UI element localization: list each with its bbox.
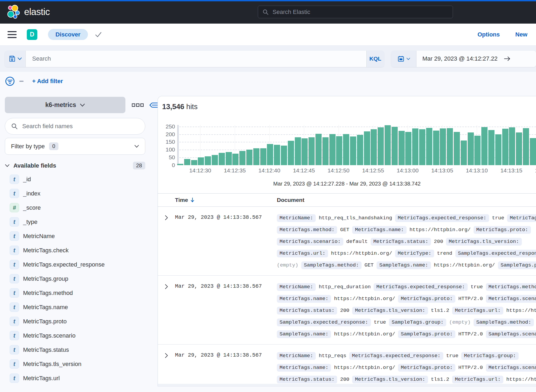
histogram-bar[interactable] (198, 157, 204, 165)
histogram-bar[interactable] (454, 132, 460, 165)
field-item-_index[interactable]: t_index (5, 186, 158, 201)
histogram-bar[interactable] (468, 132, 474, 165)
text-field-icon: t (10, 373, 19, 383)
data-view-picker[interactable]: k6-metrics (5, 97, 125, 113)
field-item-MetricTags.proto[interactable]: tMetricTags.proto (5, 314, 158, 328)
histogram-bar[interactable] (177, 164, 183, 165)
histogram-bar[interactable] (322, 137, 329, 165)
histogram-bar[interactable] (205, 156, 211, 165)
collapse-sidebar-icon[interactable] (150, 102, 158, 108)
histogram-bar[interactable] (426, 128, 432, 165)
histogram-bar[interactable] (232, 154, 239, 165)
histogram-bar[interactable] (274, 145, 280, 165)
field-item-_score[interactable]: #_score (5, 201, 158, 215)
saved-query-menu-button[interactable] (5, 51, 26, 67)
histogram-bar[interactable] (378, 127, 384, 165)
histogram-bar[interactable] (412, 128, 418, 165)
field-name-pill: MetricTags.name: (277, 295, 331, 303)
field-item-MetricTags.url[interactable]: tMetricTags.url (5, 371, 158, 385)
breadcrumb-discover[interactable]: Discover (48, 29, 88, 40)
new-button[interactable]: New (515, 31, 527, 38)
field-item-MetricTags.tls_version[interactable]: tMetricTags.tls_version (5, 357, 158, 371)
histogram-bar[interactable] (516, 132, 522, 165)
field-item-MetricTags.expected_response[interactable]: tMetricTags.expected_response (5, 257, 158, 272)
histogram-bar[interactable] (461, 140, 467, 165)
expand-row-icon[interactable] (165, 284, 168, 290)
histogram-bar[interactable] (191, 160, 197, 165)
field-settings-icon[interactable] (132, 103, 144, 107)
histogram-bar[interactable] (267, 144, 273, 165)
space-avatar[interactable]: D (27, 29, 37, 40)
expand-row-icon[interactable] (165, 353, 168, 358)
histogram-bar[interactable] (371, 129, 377, 165)
histogram-bar[interactable] (212, 155, 218, 165)
histogram-bar[interactable] (502, 129, 508, 165)
field-item-MetricName[interactable]: tMetricName (5, 229, 158, 243)
filter-icon[interactable] (5, 76, 15, 86)
histogram-bar[interactable] (246, 150, 252, 165)
add-filter-button[interactable]: + Add filter (32, 78, 63, 85)
elastic-logo[interactable]: elastic (6, 5, 50, 19)
field-search-input[interactable]: Search field names (5, 118, 145, 135)
field-item-_id[interactable]: t_id (5, 172, 158, 186)
histogram-bar[interactable] (495, 134, 501, 165)
histogram-bar[interactable] (392, 127, 398, 165)
kql-language-button[interactable]: KQL (366, 51, 384, 67)
field-name-pill: MetricTags.tls_version: (352, 307, 428, 315)
kql-query-input[interactable]: Search (26, 51, 366, 67)
histogram-bar[interactable] (260, 148, 266, 165)
histogram-bar[interactable] (295, 137, 301, 165)
histogram-bar[interactable] (343, 134, 349, 165)
histogram-bar[interactable] (184, 159, 190, 165)
histogram-bar[interactable] (315, 134, 322, 165)
options-button[interactable]: Options (478, 31, 500, 38)
field-item-MetricTags.group[interactable]: tMetricTags.group (5, 272, 158, 286)
global-search-input[interactable]: Search Elastic (258, 6, 453, 18)
histogram-bar[interactable] (509, 127, 515, 165)
field-item-MetricTags.check[interactable]: tMetricTags.check (5, 243, 158, 257)
histogram-bar[interactable] (405, 132, 411, 165)
histogram-bar[interactable] (357, 135, 363, 165)
histogram-bar[interactable] (385, 125, 391, 165)
histogram-bar[interactable] (219, 153, 225, 165)
field-item-MetricTags.name[interactable]: tMetricTags.name (5, 300, 158, 314)
histogram-bar[interactable] (447, 128, 453, 165)
time-column-header[interactable]: Time (175, 197, 277, 203)
field-item-MetricTags.method[interactable]: tMetricTags.method (5, 286, 158, 300)
available-fields-header[interactable]: Available fields 28 (5, 162, 145, 169)
histogram-bar[interactable] (474, 136, 481, 165)
histogram-bar[interactable] (530, 138, 536, 165)
histogram-bar[interactable] (440, 128, 446, 165)
histogram-bar[interactable] (419, 129, 425, 165)
expand-row-icon[interactable] (165, 215, 168, 221)
histogram-bar[interactable] (481, 127, 487, 165)
field-item-MetricTags.status[interactable]: tMetricTags.status (5, 343, 158, 357)
histogram-bar[interactable] (523, 128, 529, 165)
histogram-bar[interactable] (253, 148, 259, 165)
histogram-bar[interactable] (302, 138, 308, 165)
histogram-bar[interactable] (433, 131, 439, 165)
field-value-empty: (empty) (449, 319, 471, 325)
field-value: https://httpbin.org/ (331, 250, 392, 256)
date-quick-select-button[interactable] (391, 51, 416, 67)
field-name-pill: MetricTags.status: (277, 376, 337, 383)
histogram-bar[interactable] (281, 146, 287, 165)
histogram-bar[interactable] (226, 152, 232, 165)
menu-icon[interactable] (8, 31, 17, 38)
chevron-down-icon (18, 57, 22, 60)
histogram-bar[interactable] (399, 131, 405, 165)
histogram-bar[interactable] (308, 137, 315, 165)
field-item-_type[interactable]: t_type (5, 215, 158, 229)
histogram-bar[interactable] (364, 131, 370, 165)
histogram-bar[interactable] (288, 141, 294, 165)
histogram-bar[interactable] (239, 151, 245, 165)
filter-by-type-dropdown[interactable]: Filter by type 0 (5, 138, 145, 155)
histogram-bar[interactable] (488, 130, 494, 165)
histogram-bar[interactable] (329, 134, 336, 165)
x-tick-label: 14:13:05 (431, 167, 453, 174)
field-item-MetricTags.scenario[interactable]: tMetricTags.scenario (5, 328, 158, 343)
date-range-start[interactable]: Mar 29, 2023 @ 14:12:27.22 (416, 55, 503, 62)
histogram-plot[interactable] (177, 125, 536, 165)
histogram-bar[interactable] (336, 136, 342, 165)
histogram-bar[interactable] (350, 136, 356, 165)
